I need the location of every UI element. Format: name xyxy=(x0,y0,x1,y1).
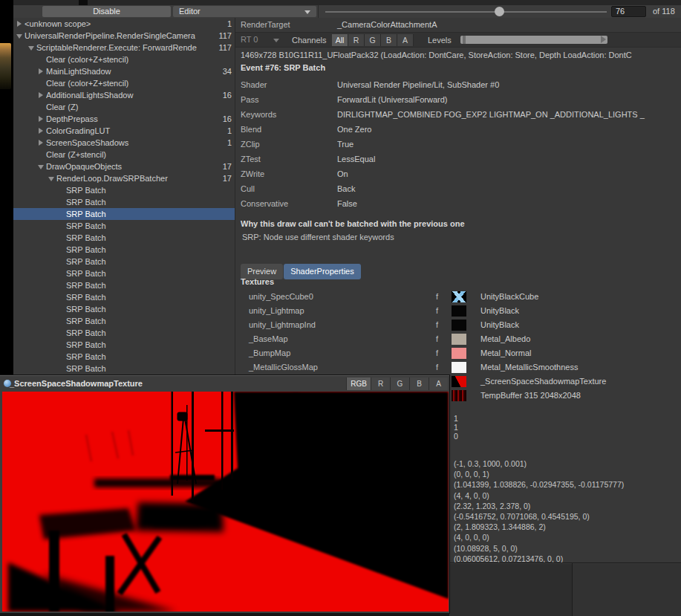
preview-channel-button-r[interactable]: R xyxy=(371,377,390,390)
event-tree-row[interactable]: SRP Batch xyxy=(13,268,235,279)
event-tree-row[interactable]: SRP Batch xyxy=(13,291,235,303)
expand-down-icon[interactable] xyxy=(16,33,22,39)
event-tree-row[interactable]: SRP Batch xyxy=(13,184,235,196)
event-tree-label: SRP Batch xyxy=(66,317,235,325)
texture-thumbnail-black xyxy=(452,305,466,317)
shader-vector-value: (1.041399, 1.038826, -0.02947355, -0.011… xyxy=(454,479,624,490)
expand-right-icon[interactable] xyxy=(38,128,44,134)
texture-row[interactable]: unity_LightmapIndfUnityBlack xyxy=(235,318,681,332)
event-tree-row[interactable]: SRP Batch xyxy=(13,220,235,232)
event-tree-label: SRP Batch xyxy=(66,293,235,302)
event-tree-row[interactable]: UniversalRenderPipeline.RenderSingleCame… xyxy=(13,30,235,42)
expand-right-icon[interactable] xyxy=(38,140,44,146)
channel-button-a[interactable]: A xyxy=(397,34,414,46)
event-tree-row[interactable]: Clear (Z) xyxy=(13,101,235,113)
texture-row[interactable]: _BumpMapfMetal_Normal xyxy=(235,346,681,360)
texture-row[interactable]: _MetallicGlossMapfMetal_MetallicSmoothne… xyxy=(235,360,681,375)
property-label: Conservative xyxy=(241,196,288,211)
event-tree-row[interactable]: ColorGradingLUT1 xyxy=(13,125,235,137)
disable-button[interactable]: Disable xyxy=(42,6,171,17)
event-tree-row[interactable]: ScreenSpaceShadows1 xyxy=(13,137,235,149)
event-tree-row[interactable]: SRP Batch xyxy=(13,315,235,327)
event-tree-row[interactable]: ScriptableRenderer.Execute: ForwardRende… xyxy=(13,42,235,54)
batch-break-reason: SRP: Node use different shader keywords xyxy=(242,233,394,241)
shader-vector-value: (-1, 0.3, 1000, 0.001) xyxy=(454,458,624,469)
event-tree-row[interactable]: SRP Batch xyxy=(13,279,235,291)
expand-down-icon[interactable] xyxy=(38,163,44,169)
event-tree-row[interactable]: SRP Batch xyxy=(13,196,235,208)
rt-index-dropdown[interactable]: RT 0 xyxy=(239,34,282,45)
property-value: ForwardLit (UniversalForward) xyxy=(337,92,681,107)
event-count: 117 xyxy=(218,42,232,54)
event-tree-row[interactable]: Clear (Z+stencil) xyxy=(13,149,235,161)
event-tree-row[interactable]: SRP Batch xyxy=(13,339,235,351)
no-expand-spacer xyxy=(38,104,44,110)
event-tree-row[interactable]: <unknown scope>1 xyxy=(13,18,235,30)
shader-vector-value: (2, 1.809323, 1.344886, 2) xyxy=(454,522,624,532)
property-label: ZClip xyxy=(241,137,260,152)
preview-channel-button-a[interactable]: A xyxy=(429,377,448,390)
event-tree-label: DepthPrepass xyxy=(46,114,235,123)
preview-channel-button-b[interactable]: B xyxy=(409,377,429,390)
event-slider-track[interactable] xyxy=(325,11,607,13)
texture-property-name: unity_Lightmap xyxy=(249,304,304,318)
property-value: DIRLIGHTMAP_COMBINED FOG_EXP2 LIGHTMAP_O… xyxy=(337,107,681,122)
texture-property-name: _BaseMap xyxy=(249,332,288,346)
event-tree-row[interactable]: SRP Batch xyxy=(13,244,235,256)
expand-right-icon[interactable] xyxy=(16,21,22,27)
no-expand-spacer xyxy=(58,199,64,205)
levels-range-slider[interactable] xyxy=(460,36,607,44)
event-tree-row[interactable]: SRP Batch xyxy=(13,351,235,363)
event-tree-row[interactable]: RenderLoop.DrawSRPBatcher17 xyxy=(13,172,235,184)
event-tree-row[interactable]: Clear (color+Z+stencil) xyxy=(13,77,235,89)
event-tree-row[interactable]: DepthPrepass16 xyxy=(13,113,235,125)
preview-channel-button-g[interactable]: G xyxy=(390,377,409,390)
expand-down-icon[interactable] xyxy=(48,175,54,181)
shader-vector-value: (4, 0, 0, 0) xyxy=(454,532,624,542)
shader-property-row: ZTestLessEqual xyxy=(235,152,681,166)
event-tree-row[interactable]: SRP Batch xyxy=(13,303,235,315)
event-tree-row-selected[interactable]: SRP Batch xyxy=(13,208,235,220)
texture-row[interactable]: _BaseMapfMetal_Albedo xyxy=(235,332,681,346)
expand-right-icon[interactable] xyxy=(38,116,44,122)
event-number-input[interactable]: 76 xyxy=(611,6,646,17)
event-tree-row[interactable]: SRP Batch xyxy=(13,256,235,268)
tab-shaderproperties[interactable]: ShaderProperties xyxy=(284,264,361,279)
target-selector-dropdown[interactable]: Editor xyxy=(173,6,316,17)
event-tree-row[interactable]: SRP Batch xyxy=(13,363,235,375)
channel-button-r[interactable]: R xyxy=(348,34,365,46)
expand-right-icon[interactable] xyxy=(38,68,44,74)
event-tree-label: Clear (Z+stencil) xyxy=(46,150,235,159)
render-target-value: _CameraColorAttachmentA xyxy=(337,18,437,32)
levels-label: Levels xyxy=(428,34,452,46)
event-tree-row[interactable]: Clear (color+Z+stencil) xyxy=(13,54,235,65)
preview-channel-button-rgb[interactable]: RGB xyxy=(346,377,371,390)
event-tree-label: ScreenSpaceShadows xyxy=(46,138,235,147)
expand-down-icon[interactable] xyxy=(28,45,34,51)
shader-floats-list: 110 xyxy=(454,414,458,441)
texture-row[interactable]: unity_SpecCube0fUnityBlackCube xyxy=(235,290,681,304)
event-tree-row[interactable]: DrawOpaqueObjects17 xyxy=(13,161,235,172)
texture-property-name: _BumpMap xyxy=(249,346,290,360)
channels-toolbar: RT 0 Channels AllRGBA Levels xyxy=(235,32,681,48)
event-count: 1 xyxy=(227,125,232,137)
event-tree-row[interactable]: AdditionalLightsShadow16 xyxy=(13,89,235,101)
event-tree-label: Clear (Z) xyxy=(46,103,235,111)
event-tree: <unknown scope>1UniversalRenderPipeline.… xyxy=(13,18,235,375)
event-tree-row[interactable]: SRP Batch xyxy=(13,327,235,339)
preview-titlebar[interactable]: _ScreenSpaceShadowmapTexture RGBRGBA xyxy=(0,376,449,392)
channel-button-all[interactable]: All xyxy=(332,34,348,46)
preview-channel-buttons: RGBRGBA xyxy=(346,377,448,390)
event-count: 1 xyxy=(227,18,232,30)
levels-min-handle[interactable] xyxy=(463,36,466,44)
texture-row[interactable]: unity_LightmapfUnityBlack xyxy=(235,304,681,318)
channel-button-b[interactable]: B xyxy=(381,34,397,46)
expand-right-icon[interactable] xyxy=(38,92,44,98)
event-tree-row[interactable]: SRP Batch xyxy=(13,232,235,244)
channel-button-g[interactable]: G xyxy=(365,34,381,46)
levels-max-handle[interactable] xyxy=(601,36,606,43)
event-tree-row[interactable]: MainLightShadow34 xyxy=(13,65,235,77)
event-slider-handle[interactable] xyxy=(495,7,504,16)
event-total-label: of 118 xyxy=(653,6,675,17)
rt-index-label: RT 0 xyxy=(241,35,258,44)
